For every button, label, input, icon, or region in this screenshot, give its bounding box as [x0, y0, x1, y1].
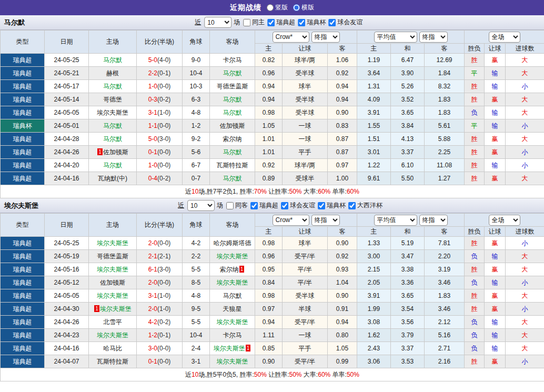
team-name[interactable]: 埃尔夫斯堡 — [97, 239, 128, 247]
league-filter[interactable]: 球会友谊 — [328, 18, 362, 27]
same-venue-option[interactable]: 同主 — [243, 18, 265, 27]
result-cell: 胜 — [465, 172, 485, 185]
summary-segment: 让胜率: — [267, 188, 289, 195]
team-name[interactable]: 哥德堡 — [103, 96, 122, 103]
summary-segment: 70% — [254, 188, 267, 195]
team-name[interactable]: 马尔默 — [223, 292, 242, 299]
view-option-horizontal[interactable]: 横版 — [293, 3, 314, 12]
home-team-cell: 马尔默 — [89, 159, 137, 172]
corner-cell: 4-2 — [183, 237, 210, 250]
corner-cell: 4-8 — [183, 289, 210, 303]
team-name[interactable]: 卡尔马 — [223, 56, 242, 64]
match-count-select[interactable]: 10 — [204, 17, 231, 28]
col-handicap_result: 让球 — [485, 227, 506, 237]
team-name[interactable]: 马尔默 — [103, 56, 122, 64]
team-name[interactable]: 马尔默 — [103, 162, 122, 169]
team-name[interactable]: 哈马比 — [103, 345, 122, 352]
team-name[interactable]: 索尔纳 — [223, 135, 242, 143]
team-name[interactable]: 埃尔夫斯堡 — [217, 358, 248, 365]
team-name[interactable]: 埃尔夫斯堡 — [217, 318, 248, 326]
league-checkbox[interactable] — [348, 202, 356, 209]
away-team-cell: 哥德堡盖斯 — [210, 80, 255, 93]
team-name[interactable]: 瓦斯特拉斯 — [97, 358, 128, 365]
league-filter[interactable]: 瑞典超 — [250, 201, 278, 210]
team-name[interactable]: 哥德堡盖斯 — [97, 253, 128, 260]
avg-home-odds: 1.99 — [357, 303, 391, 316]
team-name[interactable]: 索尔纳 — [220, 266, 239, 273]
result-text: 赢 — [492, 96, 498, 103]
goals-result-cell: 大 — [506, 133, 544, 146]
team-name[interactable]: 卡尔马 — [223, 331, 242, 339]
book-kind-select[interactable]: 终指 — [311, 32, 340, 43]
league-checkbox[interactable] — [267, 19, 275, 26]
league-checkbox[interactable] — [298, 19, 305, 26]
result-text: 胜 — [471, 239, 478, 247]
team-name[interactable]: 埃尔夫斯堡 — [97, 109, 128, 116]
team-name[interactable]: 埃尔夫斯堡 — [97, 292, 128, 299]
league-filter[interactable]: 球会友谊 — [281, 201, 315, 210]
team-name[interactable]: 马尔默 — [223, 175, 242, 182]
league-checkbox[interactable] — [250, 202, 258, 209]
team-name[interactable]: 埃尔夫斯堡 — [97, 266, 128, 273]
team-name[interactable]: 马尔默 — [223, 96, 242, 103]
league-filter[interactable]: 大西洋杯 — [348, 201, 382, 210]
team-name[interactable]: 哥德堡盖斯 — [217, 83, 248, 90]
corner-cell: 5-5 — [183, 316, 210, 329]
team-name[interactable]: 哈尔姆斯塔德 — [214, 239, 251, 247]
league-cell: 瑞典超 — [1, 146, 45, 159]
book-select[interactable]: Crow* — [273, 215, 309, 226]
scope-select[interactable]: 全场 — [489, 215, 520, 226]
team-name[interactable]: 赫根 — [106, 69, 119, 77]
result-text: 赢 — [492, 305, 498, 313]
team-name[interactable]: 马尔默 — [103, 122, 122, 129]
team-name[interactable]: 佐加顿斯 — [100, 279, 125, 286]
corner-cell: 9-2 — [183, 133, 210, 146]
match-count-select[interactable]: 10 — [187, 200, 215, 211]
home-team-cell: 哥德堡盖斯 — [89, 250, 137, 263]
league-filter[interactable]: 瑞典超 — [267, 18, 295, 27]
team-name[interactable]: 瓦斯特拉斯 — [217, 162, 248, 169]
handicap-home-odds: 0.92 — [255, 159, 283, 172]
team-name[interactable]: 马尔默 — [103, 135, 122, 143]
team-name[interactable]: 佐加顿斯 — [103, 148, 128, 156]
team-name[interactable]: 埃尔夫斯堡 — [217, 279, 248, 286]
book-select[interactable]: Crow* — [273, 32, 309, 43]
team-name[interactable]: 天狼星 — [223, 305, 242, 313]
team-name[interactable]: 北雪平 — [103, 318, 122, 326]
avg-away-odds: 7.81 — [425, 237, 465, 250]
league-label: 瑞典杯 — [327, 201, 346, 210]
same-venue-option[interactable]: 同客 — [226, 201, 248, 210]
date-cell: 24-04-07 — [45, 355, 89, 368]
recent-link[interactable]: 近 — [178, 201, 184, 210]
league-filter[interactable]: 瑞典杯 — [298, 18, 326, 27]
handicap-result-cell: 赢 — [485, 93, 506, 106]
same-venue-checkbox[interactable] — [243, 19, 250, 26]
avg-kind-select[interactable]: 终指 — [419, 32, 448, 43]
team-name[interactable]: 马尔默 — [103, 83, 122, 90]
league-checkbox[interactable] — [328, 19, 336, 26]
avg-select[interactable]: 平均值 — [374, 215, 417, 226]
team-name[interactable]: 瓦纳默(中) — [98, 175, 127, 182]
same-venue-checkbox[interactable] — [226, 202, 234, 209]
vertical-radio[interactable] — [267, 4, 274, 11]
team-name[interactable]: 埃尔夫斯堡 — [100, 305, 132, 313]
team-name[interactable]: 马尔默 — [223, 148, 242, 156]
summary-cell: 近10场,胜5平0负5, 胜率:50% 让胜率:50% 大率:60% 单率:50… — [1, 368, 544, 381]
team-name[interactable]: 佐加顿斯 — [220, 122, 245, 129]
recent-link[interactable]: 近 — [195, 18, 201, 27]
avg-select[interactable]: 平均值 — [374, 32, 417, 43]
team-name[interactable]: 马尔默 — [223, 69, 242, 77]
league-filter[interactable]: 瑞典杯 — [318, 201, 346, 210]
scope-select[interactable]: 全场 — [489, 32, 520, 43]
team-name[interactable]: 埃尔夫斯堡 — [214, 345, 245, 352]
avg-kind-select[interactable]: 终指 — [419, 215, 448, 226]
goals-result-cell: 大 — [506, 106, 544, 119]
team-name[interactable]: 埃尔夫斯堡 — [97, 331, 128, 339]
league-checkbox[interactable] — [318, 202, 325, 209]
book-kind-select[interactable]: 终指 — [311, 215, 340, 226]
horizontal-radio[interactable] — [293, 4, 300, 11]
league-checkbox[interactable] — [281, 202, 288, 209]
team-name[interactable]: 埃尔夫斯堡 — [217, 253, 248, 260]
view-option-vertical[interactable]: 竖版 — [267, 3, 288, 12]
team-name[interactable]: 马尔默 — [223, 109, 242, 116]
